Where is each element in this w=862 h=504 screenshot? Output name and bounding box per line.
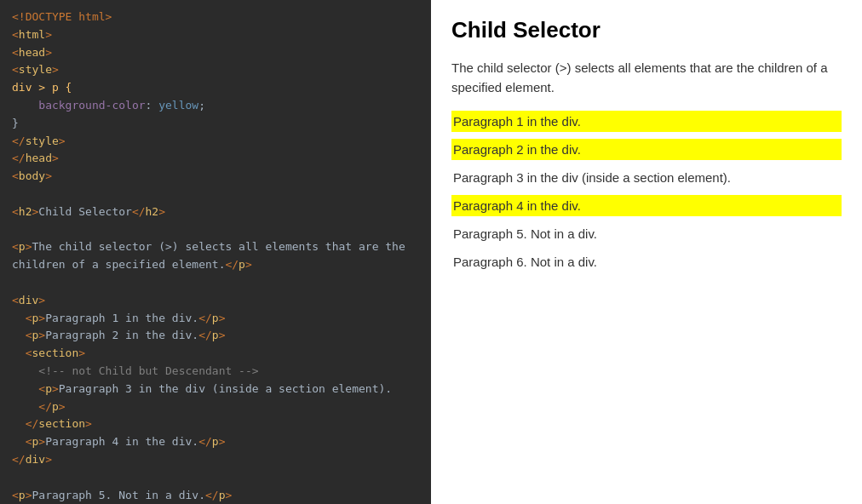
preview-paragraph-2: Paragraph 2 in the div. (451, 139, 842, 160)
preview-paragraph-5: Paragraph 5. Not in a div. (451, 223, 842, 244)
p4-line: <p>Paragraph 4 in the div.</p> (12, 435, 225, 448)
section-close: </section> (12, 417, 92, 430)
doctype-line: <!DOCTYPE html> (12, 10, 112, 23)
section-open: <section> (12, 346, 85, 359)
p1-line: <p>Paragraph 1 in the div.</p> (12, 312, 225, 324)
preview-paragraph-1: Paragraph 1 in the div. (451, 111, 842, 132)
code-editor: <!DOCTYPE html> <html> <head> <style> di… (0, 0, 431, 504)
css-selector: div > p { (12, 81, 72, 94)
comment-line: <!-- not Child but Descendant --> (12, 364, 259, 377)
html-open: <html> (12, 28, 52, 41)
p-description-2: children of a specified element.</p> (12, 258, 252, 271)
css-property: background-color: yellow; (12, 99, 205, 112)
preview-paragraph-3: Paragraph 3 in the div (inside a section… (451, 167, 842, 188)
p3-line: <p>Paragraph 3 in the div (inside a sect… (12, 382, 392, 395)
h2-line: <h2>Child Selector</h2> (12, 205, 165, 218)
preview-paragraph-4: Paragraph 4 in the div. (451, 195, 842, 216)
preview-title: Child Selector (451, 17, 842, 43)
style-close: </style> (12, 135, 66, 147)
preview-panel: Child Selector The child selector (>) se… (431, 0, 862, 504)
body-open: <body> (12, 169, 52, 182)
preview-paragraph-6: Paragraph 6. Not in a div. (451, 251, 842, 272)
p5-line: <p>Paragraph 5. Not in a div.</p> (12, 489, 232, 501)
preview-description: The child selector (>) selects all eleme… (451, 59, 842, 97)
css-close: } (12, 117, 19, 129)
p2-line: <p>Paragraph 2 in the div.</p> (12, 329, 225, 341)
p-description: <p>The child selector (>) selects all el… (12, 240, 405, 253)
style-open: <style> (12, 63, 59, 76)
div-open: <div> (12, 294, 45, 306)
div-close: </div> (12, 453, 52, 466)
head-close: </head> (12, 152, 59, 164)
p3-close: </p> (12, 400, 66, 413)
head-open: <head> (12, 46, 52, 59)
